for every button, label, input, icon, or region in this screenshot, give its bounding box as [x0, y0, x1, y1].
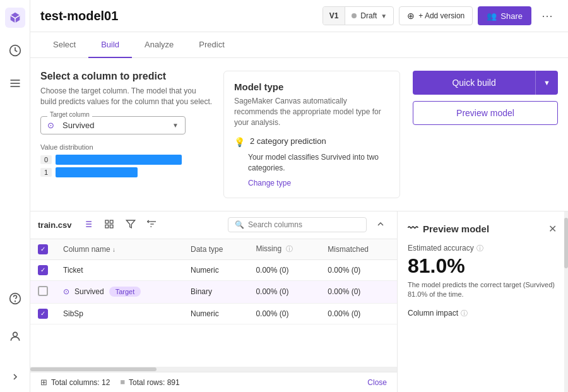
sidebar — [0, 0, 30, 392]
activity-icon[interactable] — [5, 40, 25, 61]
preview-close-button[interactable]: ✕ — [547, 222, 558, 236]
build-panels: Select a column to predict Choose the ta… — [30, 58, 568, 211]
version-label: V1 — [323, 7, 346, 25]
data-table: ✓ Column name ↓ Data type — [30, 239, 397, 367]
dist-bar-1 — [56, 167, 138, 177]
total-rows-label: Total rows: 891 — [129, 378, 180, 387]
row-name-survived: ⊙ Survived Target — [56, 280, 183, 303]
checkbox-ticket[interactable]: ✓ — [38, 265, 48, 275]
row-checkbox-sibsp: ✓ — [30, 303, 56, 324]
help-icon[interactable] — [5, 288, 25, 309]
svg-point-6 — [13, 332, 17, 336]
change-type-link[interactable]: Change type — [234, 179, 389, 187]
mismatched-label: Mismatched — [328, 245, 369, 254]
select-column-panel: Select a column to predict Choose the ta… — [40, 71, 213, 198]
category-label: 2 category prediction — [250, 136, 326, 146]
draft-label: Draft — [360, 11, 377, 20]
th-missing: Missing ⓘ — [248, 239, 320, 260]
preview-panel: 〰 Preview model ✕ Estimated accuracy ⓘ 8… — [398, 211, 568, 392]
checkbox-sibsp[interactable]: ✓ — [38, 309, 48, 319]
table-header: train.csv — [30, 211, 397, 239]
trend-icon: 〰 — [408, 223, 418, 234]
version-badge: V1 Draft ▼ — [322, 6, 394, 25]
svg-rect-13 — [105, 220, 109, 223]
row-checkbox-ticket: ✓ — [30, 259, 56, 280]
row-missing-survived: 0.00% (0) — [248, 280, 320, 303]
list-view-button[interactable] — [79, 217, 97, 234]
horizontal-scrollbar[interactable] — [30, 367, 397, 372]
accuracy-info-icon: ⓘ — [476, 244, 483, 253]
accuracy-value: 81.0% — [408, 254, 558, 278]
add-version-label: + Add version — [418, 11, 464, 20]
dist-bar-0 — [56, 155, 182, 165]
th-column-name[interactable]: Column name ↓ — [56, 239, 183, 260]
dist-label-1: 1 — [40, 168, 52, 177]
model-type-panel: Model type SageMaker Canvas automaticall… — [223, 71, 400, 198]
search-box: 🔍 — [228, 217, 367, 232]
col-impact-info-icon: ⓘ — [461, 309, 468, 318]
row-missing-ticket: 0.00% (0) — [248, 259, 320, 280]
row-type-survived: Binary — [183, 280, 248, 303]
row-checkbox-survived — [30, 280, 56, 303]
data-section: train.csv — [30, 211, 568, 392]
footer: ⊞ Total columns: 12 ≡ Total rows: 891 Cl… — [30, 372, 397, 392]
row-name-ticket: Ticket — [56, 259, 183, 280]
target-value: Survived — [62, 121, 95, 130]
table-row: ✓ Ticket Numeric 0.00% (0) 0.00% (0) — [30, 259, 397, 280]
sort-button[interactable] — [143, 217, 161, 234]
page-title: test-model01 — [40, 9, 315, 23]
filter-button[interactable] — [122, 217, 139, 234]
tab-build[interactable]: Build — [88, 32, 132, 58]
draft-dot — [352, 13, 357, 18]
row-type-sibsp: Numeric — [183, 303, 248, 324]
target-row-icon: ⊙ — [63, 287, 69, 296]
preview-model-button[interactable]: Preview model — [413, 101, 558, 125]
header-checkbox[interactable]: ✓ — [38, 244, 48, 254]
target-field-icon: ⊙ — [47, 121, 54, 130]
row-name-sibsp: SibSp — [56, 303, 183, 324]
menu-icon[interactable] — [5, 73, 25, 93]
logo-icon[interactable] — [5, 8, 25, 28]
target-select[interactable]: Target column ⊙ Survived ▼ — [40, 116, 186, 134]
accuracy-desc: The model predicts the correct target (S… — [408, 280, 558, 300]
column-name-label: Column name — [63, 245, 110, 254]
vertical-scrollbar[interactable] — [564, 211, 568, 392]
select-panel-desc: Choose the target column. The model that… — [40, 86, 213, 107]
scrollbar-thumb[interactable] — [564, 218, 568, 268]
row-type-ticket: Numeric — [183, 259, 248, 280]
checkbox-survived[interactable] — [38, 286, 48, 296]
svg-rect-15 — [105, 225, 109, 228]
table-row: ⊙ Survived Target Binary 0.00% (0) 0.00%… — [30, 280, 397, 303]
tab-predict[interactable]: Predict — [186, 32, 237, 58]
search-icon: 🔍 — [235, 220, 244, 229]
target-column-wrapper: Target column ⊙ Survived ▼ — [40, 116, 213, 134]
chevron-right-icon[interactable] — [5, 367, 25, 387]
tab-select[interactable]: Select — [40, 32, 88, 58]
total-rows-stat: ≡ Total rows: 891 — [120, 377, 179, 387]
preview-title: 〰 Preview model — [408, 223, 489, 234]
sort-arrow-icon: ↓ — [112, 246, 115, 253]
svg-rect-16 — [110, 225, 114, 228]
model-type-title: Model type — [234, 81, 389, 92]
quick-build-button[interactable]: Quick build ▼ — [413, 71, 558, 95]
dist-label-0: 0 — [40, 155, 52, 164]
grid-view-button[interactable] — [100, 217, 118, 234]
row-missing-sibsp: 0.00% (0) — [248, 303, 320, 324]
dist-row-0: 0 — [40, 155, 213, 165]
add-version-button[interactable]: ⊕ + Add version — [399, 6, 473, 25]
collapse-button[interactable] — [372, 217, 389, 234]
tab-analyze[interactable]: Analyze — [132, 32, 186, 58]
close-button[interactable]: Close — [367, 378, 387, 387]
draft-chevron-icon[interactable]: ▼ — [381, 13, 387, 20]
th-data-type: Data type — [183, 239, 248, 260]
row-mismatched-ticket: 0.00% (0) — [320, 259, 397, 280]
dist-row-1: 1 — [40, 167, 213, 177]
header-actions: V1 Draft ▼ ⊕ + Add version 👥 Share ⋯ — [322, 6, 558, 25]
select-panel-title: Select a column to predict — [40, 71, 213, 82]
h-scrollbar-thumb[interactable] — [30, 367, 157, 371]
more-button[interactable]: ⋯ — [536, 6, 558, 25]
share-button[interactable]: 👥 Share — [478, 6, 531, 25]
search-input[interactable] — [248, 220, 360, 229]
user-icon[interactable] — [5, 326, 25, 347]
table-row: ✓ SibSp Numeric 0.00% (0) 0.00% (0) — [30, 303, 397, 324]
